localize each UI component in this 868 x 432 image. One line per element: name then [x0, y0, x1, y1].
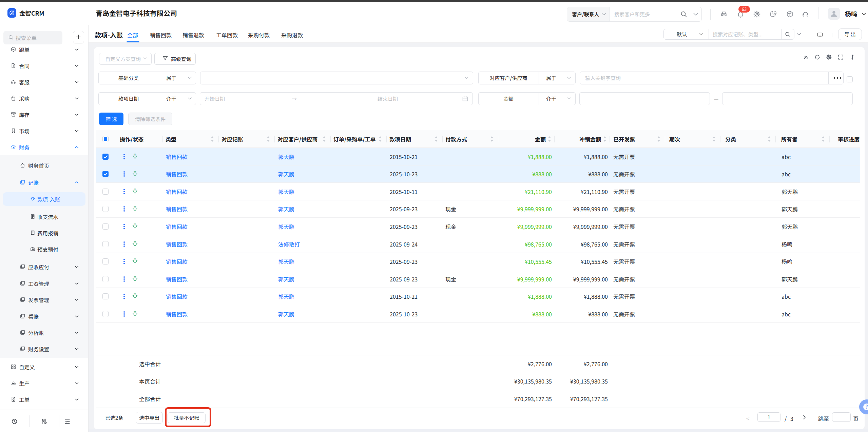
svg-text:¥: ¥ [134, 241, 136, 244]
svg-text:¥: ¥ [134, 293, 136, 296]
svg-text:¥: ¥ [134, 205, 136, 209]
svg-text:¥: ¥ [134, 311, 136, 314]
svg-text:¥: ¥ [32, 196, 34, 199]
svg-text:¥: ¥ [134, 153, 136, 157]
svg-text:¥: ¥ [134, 258, 136, 261]
svg-text:¥: ¥ [134, 223, 136, 227]
svg-text:¥: ¥ [134, 188, 136, 192]
svg-text:¥: ¥ [134, 171, 136, 174]
svg-text:¥: ¥ [134, 276, 136, 279]
